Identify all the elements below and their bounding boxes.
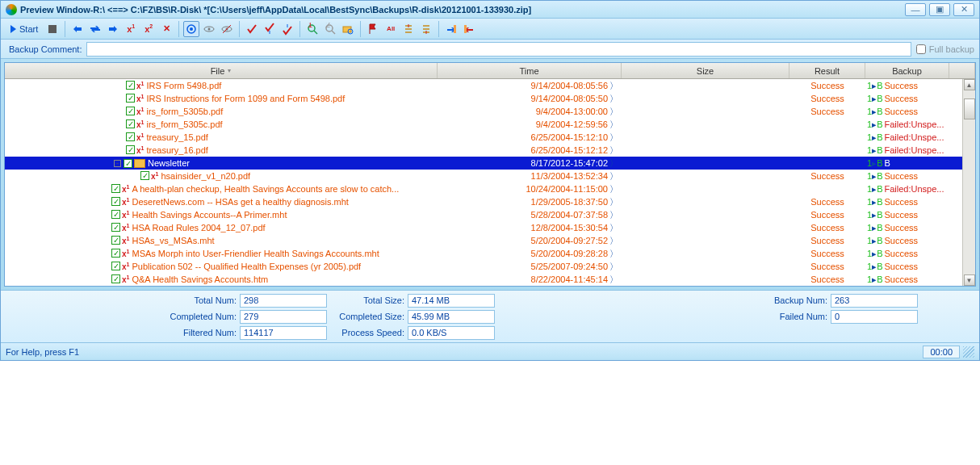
close-button[interactable]: ✕ (953, 3, 974, 16)
row-checkbox[interactable]: ✓ (111, 274, 120, 283)
file-name: IRS Instructions for Form 1099 and Form … (146, 94, 345, 103)
row-checkbox[interactable]: ✓ (111, 210, 120, 219)
play-icon (10, 25, 16, 33)
status-clock: 00:00 (923, 346, 960, 358)
table-row[interactable]: ✓x1Publication 502 -- Qualified Health E… (5, 260, 962, 273)
comment-input[interactable] (86, 42, 911, 57)
delete-icon: x1 (136, 145, 144, 155)
row-checkbox[interactable]: ✓ (126, 94, 135, 103)
scroll-down-button[interactable]: ▼ (964, 274, 975, 286)
backup-cell: 1▸BSuccess (865, 262, 949, 272)
full-backup-checkbox[interactable]: Full backup (916, 44, 974, 54)
row-checkbox[interactable]: ✓ (126, 145, 135, 154)
import-button[interactable] (461, 21, 477, 37)
row-checkbox[interactable]: ✓ (140, 171, 149, 180)
row-checkbox[interactable]: ✓ (126, 81, 135, 90)
completed-num-value: 279 (240, 310, 327, 324)
minimize-button[interactable]: — (905, 3, 926, 16)
full-backup-check-input[interactable] (916, 44, 926, 54)
resize-grip-icon[interactable] (963, 346, 974, 358)
row-checkbox[interactable]: ✓ (111, 249, 120, 258)
row-checkbox[interactable]: ✓ (111, 236, 120, 245)
search1-button[interactable]: 1 (304, 21, 320, 37)
backup-status-icon: 1▸B (867, 274, 882, 285)
check-red-button[interactable] (244, 21, 260, 37)
check-down-button[interactable] (262, 21, 278, 37)
x-button[interactable]: ✕ (158, 21, 174, 37)
row-checkbox[interactable]: ✓ (126, 132, 135, 141)
result-cell: Success (789, 262, 865, 271)
backup-status-icon: 1▸B (867, 145, 882, 156)
table-row[interactable]: ✓x1hsainsider_v1_n20.pdf11/3/2004-13:52:… (5, 170, 962, 182)
row-checkbox[interactable]: ✓ (126, 119, 135, 128)
file-name: A health-plan checkup, Health Savings Ac… (132, 184, 399, 194)
row-checkbox[interactable]: ✓ (111, 262, 120, 270)
table-row[interactable]: ✓x1Q&A Health Savings Accounts.htm8/22/2… (5, 273, 962, 286)
file-table: File▾ Time Size Result Backup ✓x1IRS For… (4, 62, 976, 287)
x2-button[interactable]: x2 (140, 21, 157, 37)
row-checkbox[interactable]: ✓ (124, 159, 132, 168)
check-up-button[interactable] (279, 21, 295, 37)
scroll-thumb[interactable] (964, 98, 975, 119)
result-cell: Success (789, 197, 865, 207)
table-row[interactable]: ✓x1HSAs_vs_MSAs.mht5/20/2004-09:27:52〉71… (5, 234, 962, 247)
time-cell: 1/29/2005-18:37:50〉 (438, 196, 622, 208)
scroll-up-button[interactable]: ▲ (964, 79, 975, 90)
collapse-button[interactable] (400, 21, 417, 37)
table-row[interactable]: ✓x1A health-plan checkup, Health Savings… (5, 182, 962, 195)
table-row[interactable]: ✓x1treasury_15.pdf6/25/2004-15:12:10〉41,… (5, 131, 962, 144)
table-row[interactable]: ✓x1IRS Instructions for Form 1099 and Fo… (5, 92, 962, 105)
completed-num-label: Completed Num: (1, 312, 240, 321)
backup-cell: 1▸BFailed:Unspe... (865, 119, 949, 130)
sync-both-button[interactable] (87, 21, 103, 37)
table-row[interactable]: ✓x1treasury_16.pdf6/25/2004-15:12:12〉41,… (5, 144, 962, 157)
result-cell: Success (789, 236, 865, 245)
x1-button[interactable]: x1 (123, 21, 139, 37)
sync-left-button[interactable] (69, 21, 86, 37)
search-folder-button[interactable] (340, 21, 356, 37)
file-name: Publication 502 -- Qualified Health Expe… (132, 262, 361, 271)
table-row[interactable]: ✓x1irs_form_5305c.pdf9/4/2004-12:59:56〉4… (5, 118, 962, 131)
table-row[interactable]: -✓Newsletter8/17/2012-15:47:02〉0=1▸BB (5, 157, 962, 170)
table-row[interactable]: ✓x1MSAs Morph into User-Friendlier Healt… (5, 247, 962, 260)
app-icon (6, 4, 17, 15)
table-row[interactable]: ✓x1Health Savings Accounts--A Primer.mht… (5, 208, 962, 221)
sync-right-button[interactable] (105, 21, 121, 37)
result-cell: Success (789, 94, 865, 103)
row-checkbox[interactable]: ✓ (111, 184, 120, 193)
svg-point-1 (190, 27, 193, 31)
table-row[interactable]: ✓x1irs_form_5305b.pdf9/4/2004-13:00:00〉4… (5, 105, 962, 118)
row-checkbox[interactable]: ✓ (111, 197, 120, 206)
view-eye2-button[interactable] (219, 21, 235, 37)
vertical-scrollbar[interactable]: ▲ ▼ (962, 79, 975, 286)
col-size[interactable]: Size (622, 63, 789, 78)
row-checkbox[interactable]: ✓ (111, 223, 120, 232)
flag-button[interactable] (365, 21, 381, 37)
table-row[interactable]: ✓x1HSA Road Rules 2004_12_07.pdf12/8/200… (5, 221, 962, 234)
delete-icon: x1 (122, 197, 129, 207)
backup-status-icon: 1▸B (867, 210, 882, 220)
col-time[interactable]: Time (438, 63, 622, 78)
total-size-value: 47.14 MB (408, 294, 495, 308)
backup-status-icon: 1▸B (867, 94, 882, 104)
view-all-button[interactable] (183, 21, 199, 37)
maximize-button[interactable]: ▣ (929, 3, 950, 16)
view-eye1-button[interactable] (201, 21, 217, 37)
start-button[interactable]: Start (6, 21, 43, 37)
export-button[interactable] (443, 21, 459, 37)
expand-button[interactable] (418, 21, 434, 37)
col-result[interactable]: Result (789, 63, 865, 78)
stop-button[interactable] (44, 21, 61, 37)
col-file[interactable]: File▾ (5, 63, 438, 78)
table-row[interactable]: ✓x1IRS Form 5498.pdf9/14/2004-08:05:56〉1… (5, 79, 962, 92)
table-row[interactable]: ✓x1DeseretNews.com -- HSAs get a healthy… (5, 195, 962, 208)
search2-button[interactable]: 2 (322, 21, 338, 37)
row-checkbox[interactable]: ✓ (126, 107, 135, 115)
backup-status-icon: 1▸B (867, 119, 882, 130)
col-backup[interactable]: Backup (865, 63, 949, 78)
tree-toggle[interactable]: - (114, 160, 121, 167)
time-cell: 5/25/2007-09:24:50〉 (438, 261, 622, 273)
svg-line-11 (332, 31, 335, 34)
delete-icon: x1 (122, 184, 129, 194)
all-button[interactable]: All (383, 21, 399, 37)
